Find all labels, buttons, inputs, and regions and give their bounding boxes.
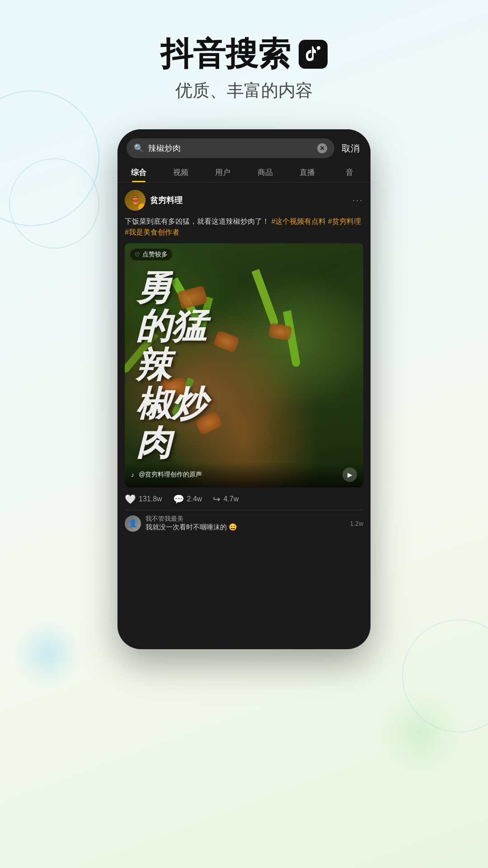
likes-value: 131.8w: [139, 495, 162, 503]
shares-value: 4.7w: [223, 495, 239, 503]
author-avatar: 🏺 ✓: [125, 190, 145, 211]
app-title-text: 抖音搜索: [160, 36, 291, 72]
comments-count[interactable]: 💬 2.4w: [173, 494, 202, 505]
search-query-text: 辣椒炒肉: [148, 143, 313, 154]
post-author-info[interactable]: 🏺 ✓ 贫穷料理: [125, 190, 183, 211]
comment-likes-count: 1.2w: [350, 520, 363, 527]
comments-value: 2.4w: [187, 495, 202, 503]
tab-商品[interactable]: 商品: [244, 162, 286, 182]
tiktok-note-icon: ♪: [131, 471, 134, 478]
tab-综合[interactable]: 综合: [117, 162, 160, 182]
video-bottom-bar: ♪ @贫穷料理创作的原声 ▶: [125, 462, 363, 487]
video-thumbnail[interactable]: 勇的猛辣椒炒肉 ♡ 点赞较多 ♪ @贫穷料理创作的原声 ▶: [125, 243, 363, 487]
app-header: 抖音搜索 ♪ 优质、丰富的内容: [0, 0, 488, 120]
phone-mockup-wrapper: 🔍 辣椒炒肉 ✕ 取消 综合 视频 用户 商品 直播 音: [0, 129, 488, 649]
bg-decoration-blob-right: [375, 687, 465, 778]
comment-content: 我不管我最美 我就没一次看时不咽唾沫的 😄: [145, 515, 345, 532]
post-description: 下饭菜到底有多凶猛，就看这道辣椒炒肉了！ #这个视频有点料 #贫穷料理 #我是美…: [125, 216, 363, 238]
tab-用户[interactable]: 用户: [202, 162, 244, 182]
author-name-text: 贫穷料理: [150, 195, 183, 206]
cancel-button[interactable]: 取消: [340, 142, 361, 155]
svg-text:♪: ♪: [317, 47, 319, 52]
verified-badge-icon: ✓: [138, 203, 145, 211]
tab-直播[interactable]: 直播: [286, 162, 328, 182]
commenter-avatar: 👤: [125, 515, 141, 532]
comment-text: 我就没一次看时不咽唾沫的 😄: [145, 523, 345, 532]
play-button[interactable]: ▶: [343, 467, 357, 482]
search-tabs: 综合 视频 用户 商品 直播 音: [117, 158, 371, 183]
heart-icon: ♡: [135, 251, 140, 258]
video-title-overlay: 勇的猛辣椒炒肉: [125, 243, 363, 487]
search-input-container[interactable]: 🔍 辣椒炒肉 ✕: [127, 138, 334, 158]
more-options-icon[interactable]: ···: [352, 194, 363, 206]
audio-source-text: @贫穷料理创作的原声: [139, 471, 338, 479]
comment-icon: 💬: [173, 494, 184, 505]
tab-视频[interactable]: 视频: [160, 162, 202, 182]
search-results-content: 🏺 ✓ 贫穷料理 ··· 下饭菜到底有多凶猛，就看这道辣椒炒肉了！ #这个视频有…: [117, 183, 371, 536]
search-clear-button[interactable]: ✕: [317, 143, 327, 153]
engagement-bar: 🤍 131.8w 💬 2.4w ↪ 4.7w: [125, 487, 363, 510]
search-bar: 🔍 辣椒炒肉 ✕ 取消: [117, 129, 371, 158]
phone-mockup: 🔍 辣椒炒肉 ✕ 取消 综合 视频 用户 商品 直播 音: [117, 129, 371, 649]
likes-count[interactable]: 🤍 131.8w: [125, 494, 162, 505]
tab-音乐[interactable]: 音: [328, 162, 371, 182]
post-main-text: 下饭菜到底有多凶猛，就看这道辣椒炒肉了！: [125, 217, 269, 225]
tiktok-logo-icon: ♪: [299, 40, 328, 69]
video-title-text: 勇的猛辣椒炒肉: [136, 269, 206, 462]
like-icon: 🤍: [125, 494, 136, 505]
app-title-container: 抖音搜索 ♪: [0, 36, 488, 72]
commenter-name: 我不管我最美: [145, 515, 345, 523]
app-subtitle: 优质、丰富的内容: [0, 79, 488, 102]
likes-badge: ♡ 点赞较多: [130, 249, 172, 260]
share-icon: ↪: [213, 494, 221, 505]
likes-badge-text: 点赞较多: [142, 250, 168, 259]
post-header: 🏺 ✓ 贫穷料理 ···: [125, 190, 363, 211]
shares-count[interactable]: ↪ 4.7w: [213, 494, 239, 505]
comment-row: 👤 我不管我最美 我就没一次看时不咽唾沫的 😄 1.2w: [125, 510, 363, 536]
search-icon: 🔍: [134, 143, 144, 153]
